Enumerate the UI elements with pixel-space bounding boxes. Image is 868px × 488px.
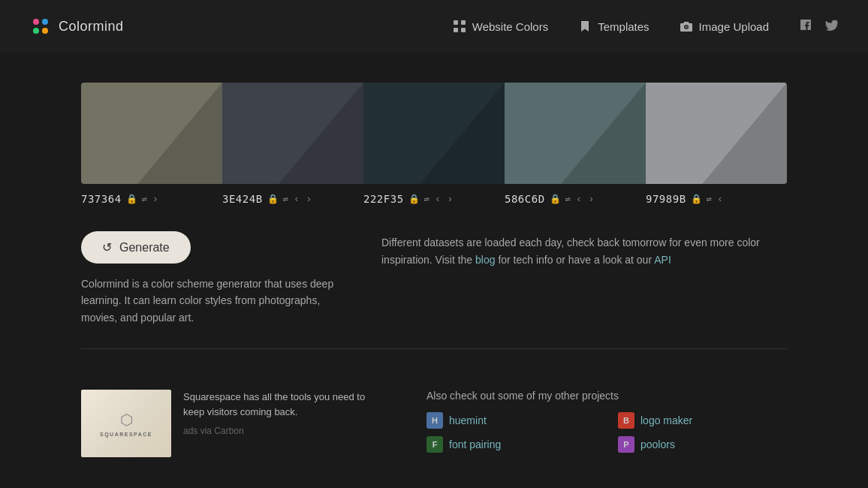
arrow-left-2[interactable]: ‹ (293, 191, 300, 206)
project-poolors[interactable]: P poolors (618, 436, 787, 453)
logo[interactable]: Colormind (30, 16, 124, 37)
adjust-icon-1[interactable]: ⇌ (142, 194, 147, 204)
grid-icon (453, 20, 466, 33)
ad-text-block: Squarespace has all the tools you need t… (183, 390, 381, 436)
arrow-right-3[interactable]: › (446, 191, 454, 206)
arrow-right-4[interactable]: › (587, 191, 595, 206)
svg-point-3 (42, 28, 48, 34)
lock-icon-2[interactable]: 🔒 (267, 194, 279, 204)
color-label-1: 737364 🔒 ⇌ › (81, 184, 222, 213)
huemint-link[interactable]: huemint (449, 414, 487, 426)
ad-description: Squarespace has all the tools you need t… (183, 390, 381, 420)
swatch-1[interactable] (81, 83, 222, 184)
project-font-pairing[interactable]: F font pairing (426, 436, 595, 453)
projects-grid: H huemint B logo maker F font pairing P … (426, 412, 787, 453)
content-row: ↺ Generate Colormind is a color scheme g… (81, 231, 787, 326)
facebook-icon[interactable] (799, 18, 812, 35)
arrow-right-1[interactable]: › (152, 191, 159, 206)
footer: ⬡ SQUARESPACE Squarespace has all the to… (0, 390, 868, 480)
lock-icon-4[interactable]: 🔒 (550, 194, 561, 204)
arrow-left-5[interactable]: ‹ (716, 191, 724, 206)
font-pairing-icon: F (426, 436, 443, 453)
bookmark-icon (578, 20, 592, 33)
svg-point-9 (684, 26, 687, 29)
svg-point-1 (42, 19, 48, 25)
camera-icon (680, 20, 693, 33)
swatch-4[interactable] (505, 83, 646, 184)
svg-rect-6 (454, 28, 458, 32)
color-label-4: 586C6D 🔒 ⇌ ‹ › (505, 184, 646, 213)
info-text: Different datasets are loaded each day, … (381, 234, 787, 269)
color-label-3: 222F35 🔒 ⇌ ‹ › (363, 184, 505, 213)
font-pairing-link[interactable]: font pairing (449, 438, 501, 450)
api-link[interactable]: API (654, 254, 671, 266)
section-divider (81, 348, 787, 349)
arrow-left-3[interactable]: ‹ (434, 191, 442, 206)
adjust-icon-3[interactable]: ⇌ (424, 194, 429, 204)
color-label-2: 3E424B 🔒 ⇌ ‹ › (222, 184, 363, 213)
swatch-2[interactable] (222, 83, 363, 184)
swatch-3[interactable] (363, 83, 505, 184)
description-text: Colormind is a color scheme generator th… (81, 276, 336, 326)
logo-maker-icon: B (618, 412, 634, 429)
right-column: Different datasets are loaded each day, … (381, 231, 787, 269)
other-projects: Also check out some of my other projects… (426, 390, 787, 457)
arrow-left-4[interactable]: ‹ (575, 191, 583, 206)
lock-icon-3[interactable]: 🔒 (408, 194, 420, 204)
color-label-5: 97989B 🔒 ⇌ ‹ (646, 184, 787, 213)
adjust-icon-4[interactable]: ⇌ (565, 194, 571, 204)
project-huemint[interactable]: H huemint (426, 412, 595, 429)
arrow-right-2[interactable]: › (305, 191, 312, 206)
logo-text: Colormind (59, 19, 124, 35)
refresh-icon: ↺ (102, 240, 112, 255)
nav-image-upload[interactable]: Image Upload (680, 20, 769, 33)
ad-image[interactable]: ⬡ SQUARESPACE (81, 390, 171, 457)
poolors-icon: P (618, 436, 634, 453)
nav-templates[interactable]: Templates (578, 20, 649, 33)
swatch-5[interactable] (646, 83, 787, 184)
main-content: 737364 🔒 ⇌ › 3E424B 🔒 ⇌ ‹ › 222F35 🔒 ⇌ ‹… (0, 53, 868, 390)
logo-maker-link[interactable]: logo maker (640, 414, 692, 426)
projects-title: Also check out some of my other projects (426, 390, 787, 402)
social-links (799, 18, 838, 35)
nav-website-colors[interactable]: Website Colors (453, 20, 548, 33)
svg-rect-5 (461, 20, 466, 25)
left-column: ↺ Generate Colormind is a color scheme g… (81, 231, 336, 326)
navbar: Colormind Website Colors Templates Im (0, 0, 868, 53)
svg-point-0 (33, 19, 39, 25)
adjust-icon-5[interactable]: ⇌ (707, 194, 712, 204)
poolors-link[interactable]: poolors (640, 438, 675, 450)
lock-icon-5[interactable]: 🔒 (691, 194, 702, 204)
advertisement: ⬡ SQUARESPACE Squarespace has all the to… (81, 390, 381, 457)
svg-point-2 (33, 28, 39, 34)
logo-icon (30, 16, 51, 37)
project-logo-maker[interactable]: B logo maker (618, 412, 787, 429)
footer-inner: ⬡ SQUARESPACE Squarespace has all the to… (81, 390, 787, 457)
blog-link[interactable]: blog (475, 254, 495, 266)
color-swatches (81, 83, 787, 184)
svg-rect-4 (454, 20, 458, 25)
huemint-icon: H (426, 412, 443, 429)
twitter-icon[interactable] (824, 18, 838, 35)
generate-button[interactable]: ↺ Generate (81, 231, 191, 264)
ad-via: ads via Carbon (183, 426, 381, 436)
lock-icon-1[interactable]: 🔒 (126, 194, 137, 204)
svg-rect-7 (461, 28, 466, 32)
nav-links: Website Colors Templates Image Upload (453, 20, 769, 33)
color-labels: 737364 🔒 ⇌ › 3E424B 🔒 ⇌ ‹ › 222F35 🔒 ⇌ ‹… (81, 184, 787, 213)
adjust-icon-2[interactable]: ⇌ (283, 194, 288, 204)
